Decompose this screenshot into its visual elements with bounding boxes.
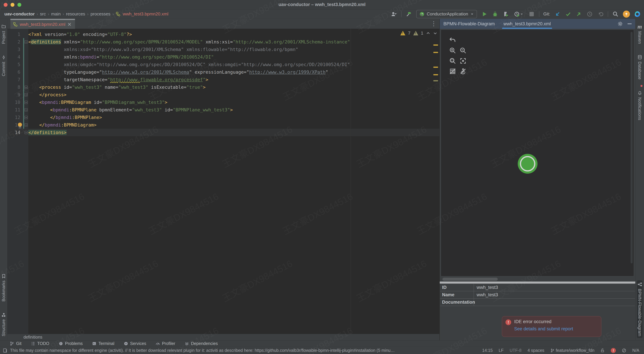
code-line[interactable]: typeLanguage="http://www.w3.org/2001/XML… <box>28 68 440 76</box>
zoom-to-fit-icon[interactable] <box>449 57 456 65</box>
fold-icon[interactable] <box>24 101 28 104</box>
status-message[interactable]: This file may contain namespace for diff… <box>10 348 396 353</box>
code-line[interactable]: <process id="wwh_test3" name="wwh_test3"… <box>28 83 440 91</box>
zoom-out-icon[interactable] <box>459 47 467 54</box>
gutter-line[interactable]: 9 <box>8 91 28 99</box>
code-line[interactable]: <bpmndi:BPMNPlane bpmnElement="wwh_test3… <box>28 106 440 114</box>
fold-icon[interactable] <box>24 93 28 96</box>
breadcrumb-resources[interactable]: resources <box>66 12 85 17</box>
gutter-line[interactable]: 3 <box>8 46 28 53</box>
run-button[interactable] <box>481 11 488 18</box>
gutter-line[interactable]: 7 <box>8 76 28 83</box>
git-commit-button[interactable] <box>565 11 572 18</box>
caret-position[interactable]: 14:15 <box>482 348 493 353</box>
stripe-warning-mark[interactable] <box>433 67 438 68</box>
breadcrumb-processes[interactable]: processes <box>90 12 110 17</box>
unlock-icon[interactable] <box>600 348 605 353</box>
table-row[interactable]: Name wwh_test3 <box>440 291 635 299</box>
fold-icon[interactable] <box>24 108 28 111</box>
stripe-warning-mark[interactable] <box>433 45 438 46</box>
breadcrumb-main[interactable]: main <box>51 12 60 17</box>
gutter-line[interactable]: 12 <box>8 114 28 121</box>
fold-icon[interactable] <box>24 123 28 127</box>
panel-splitter[interactable] <box>440 281 635 283</box>
zoom-in-icon[interactable] <box>449 47 456 54</box>
code-line[interactable]: </process> <box>28 91 440 99</box>
gutter-line[interactable]: 11 <box>8 106 28 114</box>
canvas-horizontal-scrollbar[interactable] <box>441 277 634 281</box>
toolwindow-problems[interactable]: Problems <box>59 341 83 346</box>
code-line[interactable]: </bpmndi:BPMNPlane> <box>28 114 440 121</box>
breadcrumb-src[interactable]: src <box>40 12 46 17</box>
undo-icon[interactable] <box>449 36 456 44</box>
gutter-line[interactable]: 14 <box>8 129 28 136</box>
stripe-warning-mark[interactable] <box>433 74 438 75</box>
sidebar-item-notifications[interactable]: Notifications <box>637 89 642 122</box>
close-tab-icon[interactable]: ✕ <box>68 22 72 27</box>
breadcrumb-element[interactable]: definitions <box>24 335 42 339</box>
gutter-line[interactable]: 1 <box>8 31 28 38</box>
code-line[interactable]: xmlns:omgdc="http://www.omg.org/spec/DD/… <box>28 61 440 68</box>
breadcrumb-project[interactable]: uav-conductor <box>4 12 35 17</box>
indent-setting[interactable]: 4 spaces <box>528 348 544 353</box>
fold-icon[interactable] <box>24 86 28 89</box>
fold-icon[interactable] <box>24 131 28 134</box>
git-branch-widget[interactable]: feature/workflow_fdn <box>550 348 594 353</box>
toolwindow-todo[interactable]: TODO <box>31 341 49 346</box>
center-diagram-icon[interactable] <box>459 57 467 65</box>
fold-icon[interactable] <box>24 116 28 119</box>
run-with-coverage-button[interactable] <box>502 11 509 18</box>
sidebar-item-bookmarks[interactable]: Bookmarks <box>1 272 6 303</box>
toggle-anchors-icon[interactable] <box>459 68 467 75</box>
tab-options-icon[interactable]: ⋮ <box>431 20 437 27</box>
code-editor[interactable]: 1234567891011121314 <?xml version="1.0" … <box>8 29 440 334</box>
table-row[interactable]: Documentation <box>440 299 635 306</box>
fold-icon[interactable] <box>24 40 28 44</box>
stripe-warning-mark[interactable] <box>433 80 438 81</box>
toolwindow-profiler[interactable]: Profiler <box>156 341 175 346</box>
memory-indicator-icon[interactable] <box>622 348 626 353</box>
zoom-window-button[interactable] <box>18 3 21 7</box>
code-line[interactable]: targetNamespace="http://www.flowable.org… <box>28 76 440 83</box>
sidebar-item-project[interactable]: Project <box>1 23 6 46</box>
breadcrumb-file[interactable]: wwh_test3.bpmn20.xml <box>123 12 168 17</box>
ide-error-notification[interactable]: ! IDE error occurred See details and sub… <box>502 316 602 337</box>
gear-icon[interactable] <box>618 21 623 27</box>
editor-preview-icon[interactable] <box>3 348 8 353</box>
line-ending[interactable]: LF <box>499 348 504 353</box>
toolwindow-git[interactable]: Git <box>10 341 22 346</box>
fatal-error-indicator[interactable]: ! <box>611 348 616 353</box>
stripe-warning-mark[interactable] <box>433 52 438 53</box>
sidebar-item-structure[interactable]: Structure <box>1 311 6 338</box>
toolwindow-dependencies[interactable]: Dependencies <box>185 341 218 346</box>
error-stripe[interactable] <box>432 29 440 334</box>
toolwindow-services[interactable]: Services <box>124 341 146 346</box>
diagram-tab[interactable]: wwh_test3.bpmn20.xml <box>502 19 552 29</box>
gutter-line[interactable]: 10 <box>8 99 28 106</box>
code-line[interactable]: <definitions xmlns="http://www.omg.org/s… <box>28 38 440 46</box>
bpmn-start-event[interactable] <box>518 154 538 174</box>
inspections-widget[interactable]: 7 1 <box>400 31 438 36</box>
sidebar-item-commit[interactable]: Commit <box>1 53 6 78</box>
profiler-button[interactable] <box>513 11 524 18</box>
build-hammer-icon[interactable] <box>406 11 412 18</box>
canvas-vertical-scrollbar[interactable] <box>630 32 632 263</box>
code-line[interactable]: xmlns:xsd="http://www.w3.org/2001/XMLSch… <box>28 46 440 53</box>
toolwindow-terminal[interactable]: Terminal <box>92 341 114 346</box>
git-update-button[interactable] <box>554 11 561 18</box>
code-with-me-icon[interactable] <box>634 11 641 18</box>
code-line[interactable]: xmlns:bpmndi="http://www.omg.org/spec/BP… <box>28 53 440 61</box>
search-everywhere-icon[interactable] <box>612 11 619 18</box>
minimize-window-button[interactable] <box>10 3 14 7</box>
git-push-button[interactable] <box>576 11 582 18</box>
user-profile-icon[interactable] <box>390 11 397 18</box>
gutter-line[interactable]: 13 <box>8 121 28 129</box>
close-window-button[interactable] <box>4 3 8 7</box>
code-line[interactable]: <?xml version="1.0" encoding="UTF-8"?> <box>28 31 440 38</box>
intention-bulb-icon[interactable] <box>18 123 22 127</box>
toggle-grid-icon[interactable] <box>449 68 456 75</box>
sidebar-item-database[interactable]: Database <box>637 53 642 81</box>
editor-tab[interactable]: wwh_test3.bpmn20.xml ✕ <box>10 19 75 29</box>
gutter-line[interactable]: 2 <box>8 38 28 46</box>
ide-update-icon[interactable] <box>623 11 630 18</box>
